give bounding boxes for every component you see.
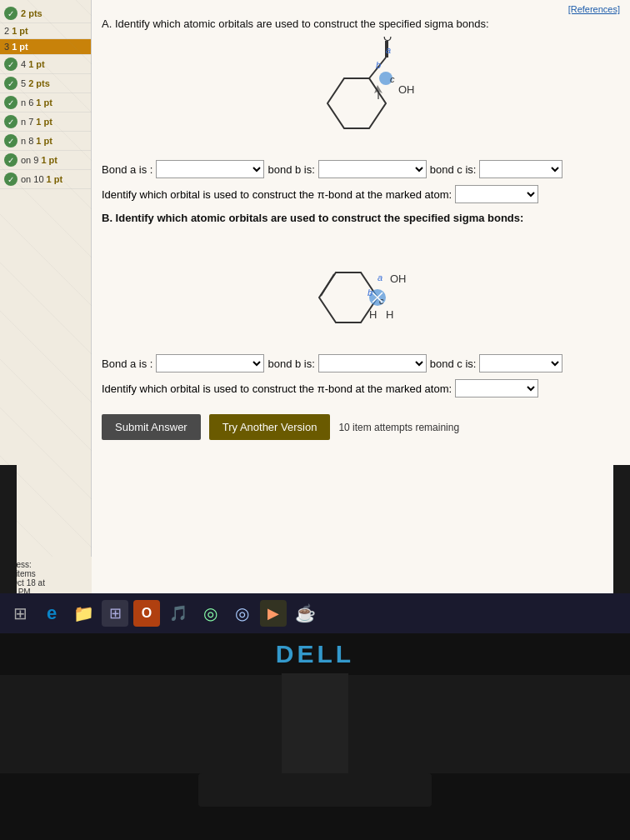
pi-bond-label-a: Identify which orbital is used to constr… [102,188,452,201]
sidebar-num-3: 3 [4,42,9,52]
check-icon-9: ✓ [4,153,18,167]
attempts-text: 10 item attempts remaining [338,422,459,433]
svg-marker-0 [328,78,386,128]
question-a-bond-row: Bond a is : sp3 sp2 sp s p bond b is: sp… [102,160,620,178]
bond-b-a-select[interactable]: sp3 sp2 sp s p [156,354,264,372]
monitor-stand-neck [282,673,348,773]
sidebar-item-5[interactable]: ✓ 5 2 pts [0,74,91,93]
svg-text:b: b [376,60,381,70]
bond-b-a-label: Bond a is : [102,358,152,370]
music-icon[interactable]: 🎵 [165,600,192,627]
sidebar-pts-3: 1 pt [12,42,28,52]
bond-a-label: Bond a is : [102,163,152,176]
bond-b-b-label: bond b is: [268,358,314,370]
molecule-b-svg: a OH b c H H [278,231,444,339]
bottom-bar: Submit Answer Try Another Version 10 ite… [102,408,620,447]
sidebar-item-9[interactable]: ✓ on 9 1 pt [0,151,91,170]
sidebar-item-8[interactable]: ✓ n 8 1 pt [0,132,91,151]
svg-text:OH: OH [390,272,407,285]
svg-text:a: a [386,45,391,55]
sidebar-num-8: n 8 [21,136,33,146]
progress-label: ogress: [4,560,88,569]
phone-icon[interactable]: ◎ [228,600,255,627]
sidebar-num-7: n 7 [21,117,33,127]
question-b-title-text: B. Identify which atomic orbitals are us… [102,212,523,224]
sidebar-item-2[interactable]: 2 1 pt [0,23,91,39]
sidebar-pts-5: 2 pts [28,78,50,88]
molecule-a-diagram: O a b c OH [102,37,620,153]
sidebar-pts-8: 1 pt [36,136,52,146]
check-icon-4: ✓ [4,58,18,71]
sidebar-num-9: on 9 [21,155,38,165]
check-icon-10: ✓ [4,172,18,186]
java-icon[interactable]: ☕ [292,600,318,627]
pi-bond-label-b: Identify which orbital is used to constr… [102,382,452,395]
taskbar: ⊞ e 📁 ⊞ O 🎵 ◎ ◎ ▶ ☕ [0,593,630,633]
svg-text:b: b [368,288,372,298]
svg-text:O: O [383,37,392,43]
media-icon[interactable]: ▶ [260,600,287,627]
question-b-pi-row: Identify which orbital is used to constr… [102,379,620,398]
office-icon[interactable]: O [133,600,160,627]
sidebar-num-2: 2 [4,26,9,36]
folder-icon[interactable]: 📁 [70,600,97,627]
bond-b-b-select[interactable]: sp3 sp2 sp s p [318,354,427,372]
sidebar-item-7[interactable]: ✓ n 7 1 pt [0,112,91,132]
windows-icon[interactable]: ⊞ [7,600,33,627]
bond-b-label: bond b is: [268,163,314,176]
sidebar-num-5: 5 [21,78,26,88]
check-icon-5: ✓ [4,77,18,90]
clock-icon[interactable]: ◎ [197,600,223,627]
sidebar-pts-1: 2 pts [21,8,42,18]
svg-text:a: a [378,272,382,282]
dell-area: DELL [0,633,630,675]
try-another-button[interactable]: Try Another Version [209,414,331,440]
check-icon-8: ✓ [4,134,18,148]
svg-text:H: H [369,308,377,321]
bond-b-c-label: bond c is: [430,358,477,370]
bond-b-select[interactable]: sp3 sp2 sp s p [318,160,427,178]
main-content: [References] A. Identify which atomic or… [92,0,630,600]
store-icon[interactable]: ⊞ [102,600,128,627]
sidebar-pts-2: 1 pt [12,26,28,36]
check-icon-1: ✓ [4,7,18,20]
sidebar-num-10: on 10 [21,174,44,184]
bond-c-label: bond c is: [430,163,477,176]
bond-a-select[interactable]: sp3 sp2 sp s p [156,160,264,178]
bond-c-select[interactable]: sp3 sp2 sp s p [479,160,562,178]
molecule-a-svg: O a b c OH [278,37,444,145]
svg-line-12 [321,274,334,296]
sidebar-item-1[interactable]: ✓ 2 pts [0,4,91,23]
sidebar-pts-4: 1 pt [28,59,45,69]
screen: ✓ 2 pts 2 1 pt 3 1 pt ✓ 4 1 pt ✓ 5 2 pts… [0,0,630,600]
progress-date: e Oct 18 at [4,578,88,588]
edge-icon[interactable]: e [38,600,65,627]
submit-button[interactable]: Submit Answer [102,414,201,440]
sidebar-pts-10: 1 pt [47,174,63,184]
question-a-title-text: A. Identify which atomic orbitals are us… [102,18,489,30]
check-icon-7: ✓ [4,115,18,128]
sidebar-item-3[interactable]: 3 1 pt [0,39,91,55]
pi-bond-select-b[interactable]: sp3 sp2 sp p [455,379,538,398]
sidebar-item-6[interactable]: ✓ n 6 1 pt [0,93,91,112]
bond-b-c-select[interactable]: sp3 sp2 sp s p [479,354,562,372]
sidebar-pts-6: 1 pt [36,98,52,108]
question-a-title: A. Identify which atomic orbitals are us… [102,18,620,30]
sidebar-pts-7: 1 pt [36,117,52,127]
sidebar-num-6: n 6 [21,98,33,108]
references-label[interactable]: [References] [568,4,620,14]
pi-bond-select-a[interactable]: sp3 sp2 sp p [455,185,538,203]
molecule-b-diagram: a OH b c H H [102,231,620,348]
svg-text:c: c [390,74,395,84]
monitor-stand-base [198,773,432,807]
sidebar-item-10[interactable]: ✓ on 10 1 pt [0,170,91,189]
sidebar-num-4: 4 [21,59,26,69]
references-link[interactable]: [References] [102,4,620,14]
check-icon-6: ✓ [4,96,18,109]
svg-text:H: H [386,308,393,321]
dell-logo: DELL [276,640,354,668]
question-b-title: B. Identify which atomic orbitals are us… [102,212,620,224]
sidebar-item-4[interactable]: ✓ 4 1 pt [0,55,91,74]
svg-text:OH: OH [398,83,415,96]
sidebar-pts-9: 1 pt [41,155,58,165]
